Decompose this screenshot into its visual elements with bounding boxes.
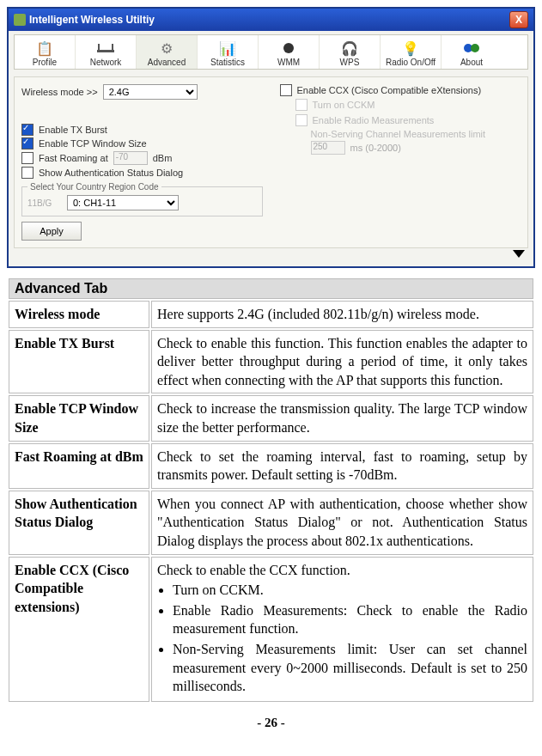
radio-meas-label: Enable Radio Measurements	[313, 115, 435, 125]
wps-icon: 🎧	[321, 39, 378, 58]
app-icon	[14, 14, 26, 26]
fast-roaming-checkbox[interactable]	[21, 152, 33, 164]
close-icon: X	[515, 15, 522, 25]
tab-advanced[interactable]: ⚙ Advanced	[137, 35, 198, 69]
cckm-label: Turn on CCKM	[313, 100, 375, 110]
doc-header: Advanced Tab	[9, 278, 533, 299]
tab-wps[interactable]: 🎧 WPS	[320, 35, 381, 69]
svg-point-3	[283, 43, 294, 53]
svg-point-5	[471, 44, 479, 52]
enable-tcp-window-checkbox[interactable]	[21, 137, 33, 149]
doc-key-4: Show Authentication Status Dialog	[9, 491, 149, 555]
enable-ccx-label: Enable CCX (Cisco Compatible eXtensions)	[297, 85, 482, 95]
show-auth-label: Show Authentication Status Dialog	[39, 168, 183, 178]
titlebar: Intelligent Wireless Utiltiy X	[9, 9, 533, 31]
advanced-icon: ⚙	[138, 39, 195, 58]
tab-wmm[interactable]: WMM	[259, 35, 320, 69]
close-button[interactable]: X	[509, 11, 528, 28]
window-body: 📋 Profile Network ⚙ Advanced 📊 Statistic…	[9, 31, 533, 266]
svg-rect-1	[98, 44, 100, 50]
doc-key-0: Wireless mode	[9, 301, 149, 328]
wmm-icon	[260, 39, 317, 58]
doc-desc-5: Check to enable the CCX function. Turn o…	[151, 557, 533, 702]
cckm-checkbox	[295, 99, 308, 111]
doc-table: Advanced Tab Wireless mode Here supports…	[7, 277, 535, 704]
region-legend: Select Your Country Region Code	[27, 182, 161, 192]
svg-rect-2	[112, 44, 113, 50]
about-icon	[443, 39, 500, 58]
expand-arrow[interactable]	[14, 250, 525, 258]
tab-profile[interactable]: 📋 Profile	[15, 35, 76, 69]
radio-icon: 💡	[382, 39, 439, 58]
enable-tcp-window-label: Enable TCP Window Size	[39, 138, 147, 149]
tab-statistics[interactable]: 📊 Statistics	[198, 35, 259, 69]
enable-ccx-checkbox[interactable]	[280, 84, 292, 96]
region-fieldset: Select Your Country Region Code 11B/G 0:…	[21, 182, 263, 216]
page-number: - 26 -	[7, 716, 535, 730]
ms-value: 250	[311, 141, 345, 155]
fast-roaming-label: Fast Roaming at	[39, 153, 108, 163]
tab-about[interactable]: About	[442, 35, 502, 69]
doc-key-3: Fast Roaming at dBm	[9, 443, 149, 489]
window-title: Intelligent Wireless Utiltiy	[29, 14, 155, 26]
region-select[interactable]: 0: CH1-11	[67, 195, 179, 210]
profile-icon: 📋	[16, 39, 73, 58]
doc-key-5: Enable CCX (Cisco Compatible extensions)	[9, 557, 149, 702]
doc-key-2: Enable TCP Window Size	[9, 395, 149, 441]
doc-key-1: Enable TX Burst	[9, 330, 149, 394]
tab-network[interactable]: Network	[76, 35, 137, 69]
ms-range: ms (0-2000)	[350, 143, 401, 153]
doc-desc-0: Here supports 2.4G (included 802.11b/g/n…	[151, 301, 533, 328]
enable-tx-burst-label: Enable TX Burst	[39, 125, 107, 135]
toolbar: 📋 Profile Network ⚙ Advanced 📊 Statistic…	[14, 34, 528, 70]
non-serving-label: Non-Serving Channel Measurements limit	[311, 129, 521, 139]
doc-desc-3: Check to set the roaming interval, fast …	[151, 443, 533, 489]
fast-roaming-unit: dBm	[153, 153, 173, 163]
radio-meas-checkbox	[295, 114, 308, 126]
wireless-mode-select[interactable]: 2.4G	[103, 84, 198, 100]
fast-roaming-value[interactable]: -70	[113, 151, 148, 165]
region-prefix: 11B/G	[27, 198, 62, 208]
wireless-mode-label: Wireless mode >>	[21, 87, 98, 97]
advanced-panel: Wireless mode >> 2.4G Enable TX Burst En…	[14, 76, 528, 248]
tab-radio[interactable]: 💡 Radio On/Off	[381, 35, 442, 69]
doc-desc-2: Check to increase the transmission quali…	[151, 395, 533, 441]
network-icon	[77, 39, 134, 58]
apply-button[interactable]: Apply	[21, 222, 82, 241]
doc-desc-1: Check to enable this function. This func…	[151, 330, 533, 394]
statistics-icon: 📊	[199, 39, 256, 58]
enable-tx-burst-checkbox[interactable]	[21, 124, 33, 136]
doc-desc-4: When you connect AP with authentication,…	[151, 491, 533, 555]
svg-rect-0	[97, 50, 114, 52]
app-window: Intelligent Wireless Utiltiy X 📋 Profile…	[7, 7, 535, 268]
show-auth-checkbox[interactable]	[21, 167, 33, 179]
chevron-down-icon	[513, 250, 525, 258]
